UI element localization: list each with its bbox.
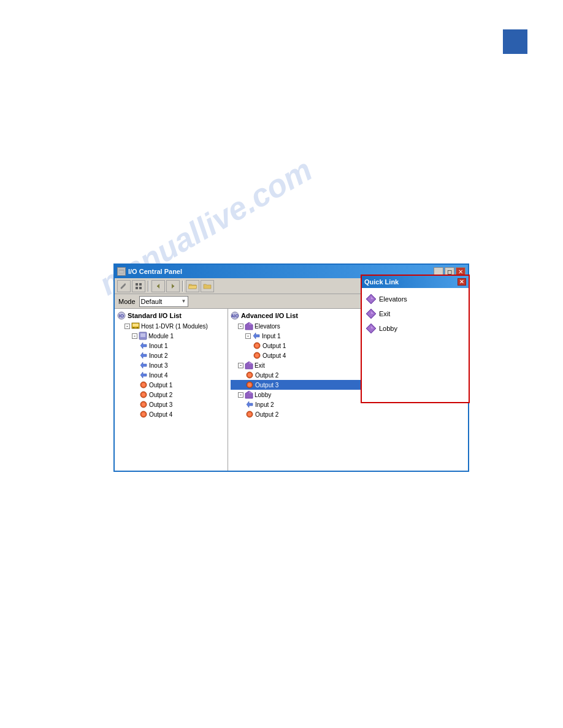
- tree-label-inout2: Inout 2: [149, 352, 168, 359]
- mode-value: Default: [141, 298, 163, 305]
- lobby-diamond-icon: [366, 323, 377, 334]
- tree-label-elev-output1: Output 1: [262, 343, 286, 349]
- inout1-icon: [139, 341, 148, 350]
- arrow-right-button[interactable]: [166, 280, 180, 292]
- inout3-icon: [139, 361, 148, 370]
- standard-io-header: IO Standard I/O List: [117, 311, 225, 320]
- tree-item-output3[interactable]: Output 3: [117, 400, 225, 409]
- svg-rect-1: [119, 270, 124, 271]
- svg-point-49: [248, 412, 251, 416]
- module-icon: [139, 332, 147, 340]
- elevators-diamond-icon: [366, 294, 377, 305]
- elev-input1-icon: [252, 332, 261, 340]
- svg-point-38: [255, 354, 259, 357]
- output1-icon: [139, 381, 148, 389]
- title-bar-left: I/O Central Panel: [117, 267, 182, 276]
- inout4-icon: [139, 371, 148, 379]
- toolbar-separator-1: [148, 281, 149, 292]
- expand-exit-icon[interactable]: -: [238, 363, 243, 368]
- exit-output3-icon: [245, 381, 254, 389]
- window-title: I/O Central Panel: [128, 268, 182, 275]
- grid-button[interactable]: [132, 280, 145, 292]
- standard-io-header-icon: IO: [117, 311, 126, 320]
- tree-label-exit: Exit: [255, 362, 265, 369]
- tree-label-output2: Output 2: [149, 392, 172, 398]
- svg-rect-2: [136, 283, 138, 286]
- tree-item-inout3[interactable]: Inout 3: [117, 360, 225, 370]
- arrow-left-button[interactable]: [151, 280, 165, 292]
- tree-item-inout2[interactable]: Inout 2: [117, 351, 225, 360]
- svg-rect-13: [132, 324, 139, 327]
- tree-item-host[interactable]: - Host 1-DVR (1 Modules): [117, 321, 225, 331]
- svg-rect-17: [140, 333, 145, 337]
- svg-marker-20: [140, 362, 147, 368]
- tree-item-output1[interactable]: Output 1: [117, 380, 225, 390]
- mode-dropdown[interactable]: Default ▼: [139, 296, 188, 307]
- toolbar-separator-2: [182, 281, 183, 292]
- svg-rect-4: [136, 287, 138, 289]
- corner-square: [503, 29, 527, 54]
- expand-lobby-icon[interactable]: -: [238, 392, 243, 398]
- tree-label-inout3: Inout 3: [149, 362, 168, 369]
- tree-item-inout1[interactable]: Inout 1: [117, 341, 225, 351]
- elevators-group-icon: [245, 322, 253, 330]
- svg-rect-5: [139, 287, 142, 289]
- lobby-input2-icon: [245, 400, 254, 409]
- window-icon: [117, 267, 126, 276]
- svg-point-23: [142, 383, 145, 387]
- quick-link-label-lobby: Lobby: [379, 325, 397, 332]
- tree-item-output2[interactable]: Output 2: [117, 390, 225, 400]
- quick-link-title-text: Quick Link: [364, 278, 399, 286]
- svg-text:AIO: AIO: [231, 314, 239, 318]
- tree-label-lobby: Lobby: [255, 392, 271, 398]
- tree-label-exit-output3: Output 3: [255, 382, 278, 389]
- folder-button[interactable]: [201, 280, 214, 292]
- quick-link-item-exit[interactable]: Exit: [364, 306, 466, 321]
- tree-label-module1: Module 1: [148, 333, 174, 339]
- svg-point-36: [255, 344, 259, 347]
- svg-marker-19: [140, 352, 147, 358]
- tree-label-inout1: Inout 1: [149, 343, 168, 349]
- lobby-output2-icon: [245, 410, 254, 419]
- wrench-button[interactable]: [117, 280, 131, 292]
- tree-label-output4: Output 4: [149, 411, 172, 418]
- output2-icon: [139, 390, 148, 399]
- tree-item-output4[interactable]: Output 4: [117, 409, 225, 419]
- expand-elev-input1-icon[interactable]: -: [245, 333, 251, 339]
- expand-host-icon[interactable]: -: [124, 324, 130, 329]
- tree-item-module1[interactable]: - Module 1: [117, 331, 225, 341]
- quick-link-close-button[interactable]: ✕: [458, 278, 466, 286]
- svg-marker-34: [253, 333, 259, 339]
- svg-rect-15: [137, 327, 138, 328]
- svg-text:IO: IO: [119, 313, 124, 319]
- folder-open-button[interactable]: [186, 280, 199, 292]
- quick-link-item-elevators[interactable]: Elevators: [364, 292, 466, 306]
- quick-link-label-elevators: Elevators: [379, 295, 407, 303]
- tree-label-output1: Output 1: [149, 382, 172, 389]
- exit-group-icon: [245, 361, 253, 370]
- mode-label: Mode: [118, 298, 136, 305]
- host-dvr-icon: [131, 322, 140, 330]
- dropdown-arrow-icon: ▼: [182, 298, 186, 304]
- tree-label-inout4: Inout 4: [149, 372, 168, 379]
- tree-item-inout4[interactable]: Inout 4: [117, 370, 225, 380]
- svg-marker-47: [247, 401, 253, 408]
- expand-elevators-icon[interactable]: -: [238, 324, 243, 329]
- svg-point-25: [142, 393, 145, 396]
- output3-icon: [139, 400, 148, 409]
- tree-label-elevators: Elevators: [255, 323, 280, 330]
- elev-output4-icon: [253, 351, 261, 360]
- standard-io-panel: IO Standard I/O List - Host 1-DVR (1 Mod…: [115, 309, 228, 471]
- tree-item-lobby-output2[interactable]: Output 2: [231, 409, 465, 419]
- svg-rect-9: [172, 286, 174, 287]
- elev-output1-icon: [253, 341, 261, 350]
- expand-module-icon[interactable]: -: [132, 333, 137, 339]
- lobby-group-icon: [245, 390, 253, 399]
- tree-label-host: Host 1-DVR (1 Modules): [141, 323, 208, 330]
- svg-rect-3: [139, 283, 142, 286]
- svg-point-44: [248, 383, 251, 387]
- inout2-icon: [139, 351, 148, 360]
- exit-output2-icon: [245, 371, 254, 379]
- svg-rect-14: [133, 327, 134, 328]
- quick-link-item-lobby[interactable]: Lobby: [364, 321, 466, 336]
